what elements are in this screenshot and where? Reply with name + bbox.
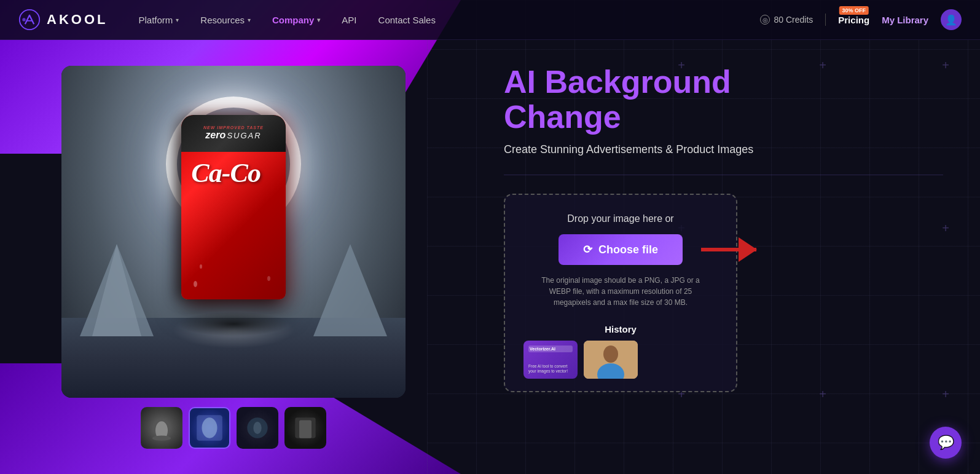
history-section: History Vectorizer.AI Free AI tool to co… xyxy=(523,324,718,379)
avatar-icon: 👤 xyxy=(945,14,957,26)
pricing-badge: 30% OFF xyxy=(839,6,869,15)
nav-links: Platform ▾ Resources ▾ Company ▾ API Con… xyxy=(138,15,760,25)
choose-file-label: Choose file xyxy=(598,243,658,256)
thumbnail-2[interactable] xyxy=(189,407,230,449)
history-item-1-text: Free AI tool to convert your images to v… xyxy=(528,364,573,374)
mountain-left xyxy=(80,238,154,336)
svg-point-11 xyxy=(253,422,261,434)
svg-rect-13 xyxy=(299,420,312,438)
logo-area[interactable]: AKOOL xyxy=(18,9,108,31)
nav-right: ◎ 80 Credits 30% OFF Pricing My Library … xyxy=(760,9,962,30)
svg-point-1 xyxy=(22,18,25,21)
file-info-text: The original image should be a PNG, a JP… xyxy=(535,275,707,308)
nav-divider xyxy=(825,14,826,26)
can-scene: NEW IMPROVED TASTE zero SUGAR Ca-Co xyxy=(61,66,406,398)
svg-text:Ca-Co: Ca-Co xyxy=(191,158,261,188)
svg-point-15 xyxy=(603,346,618,363)
can-shadow xyxy=(178,312,289,336)
left-panel: NEW IMPROVED TASTE zero SUGAR Ca-Co xyxy=(0,40,467,474)
history-item-2-image xyxy=(584,341,638,379)
main-content: NEW IMPROVED TASTE zero SUGAR Ca-Co xyxy=(0,40,980,474)
product-can: NEW IMPROVED TASTE zero SUGAR Ca-Co xyxy=(181,115,286,299)
history-item-1-badge: Vectorizer.AI xyxy=(528,346,573,352)
my-library-button[interactable]: My Library xyxy=(882,15,928,25)
nav-platform[interactable]: Platform ▾ xyxy=(138,15,179,25)
upload-box: Drop your image here or ⟳ Choose file Th… xyxy=(504,194,737,392)
choose-file-button[interactable]: ⟳ Choose file xyxy=(559,234,683,265)
can-top-band: NEW IMPROVED TASTE zero SUGAR xyxy=(181,115,286,152)
nav-api[interactable]: API xyxy=(342,15,356,25)
thumbnail-1[interactable] xyxy=(141,407,182,449)
history-item-2[interactable] xyxy=(584,341,638,379)
history-items: Vectorizer.AI Free AI tool to convert yo… xyxy=(523,341,718,379)
nav-contact-sales[interactable]: Contact Sales xyxy=(378,15,436,25)
credits-area[interactable]: ◎ 80 Credits xyxy=(760,15,813,25)
navbar: AKOOL Platform ▾ Resources ▾ Company ▾ A… xyxy=(0,0,980,40)
section-divider xyxy=(504,175,943,175)
choose-file-wrapper: ⟳ Choose file xyxy=(559,234,683,265)
credits-label: 80 Credits xyxy=(774,15,813,25)
history-title: History xyxy=(523,324,718,334)
pricing-button[interactable]: 30% OFF Pricing xyxy=(838,15,869,25)
upload-icon: ⟳ xyxy=(583,243,592,256)
image-viewer: NEW IMPROVED TASTE zero SUGAR Ca-Co xyxy=(61,66,406,398)
chat-icon: 💬 xyxy=(938,435,954,451)
thumbnail-4[interactable] xyxy=(284,407,326,449)
drop-text: Drop your image here or xyxy=(567,213,673,224)
history-item-1[interactable]: Vectorizer.AI Free AI tool to convert yo… xyxy=(523,341,578,379)
akool-logo-icon xyxy=(18,9,41,31)
svg-marker-4 xyxy=(313,244,387,336)
mountain-right xyxy=(313,238,387,336)
avatar-button[interactable]: 👤 xyxy=(941,9,962,30)
company-chevron: ▾ xyxy=(317,17,320,23)
svg-point-9 xyxy=(202,417,218,438)
thumbnails-row xyxy=(141,407,326,449)
resources-chevron: ▾ xyxy=(248,17,251,23)
history-item-1-label: Vectorizer.AI xyxy=(530,347,571,351)
chat-button[interactable]: 💬 xyxy=(930,427,962,459)
page-title: AI Background Change xyxy=(504,65,943,135)
right-panel: AI Background Change Create Stunning Adv… xyxy=(467,40,980,474)
thumbnail-3[interactable] xyxy=(237,407,278,449)
page-subtitle: Create Stunning Advertisements & Product… xyxy=(504,143,943,156)
brand-name: Ca-Co xyxy=(187,155,280,195)
arrow-body xyxy=(701,248,756,251)
platform-chevron: ▾ xyxy=(176,17,179,23)
arrow-annotation xyxy=(701,248,756,251)
credits-icon: ◎ xyxy=(760,15,770,25)
logo-text: AKOOL xyxy=(47,12,108,28)
nav-company[interactable]: Company ▾ xyxy=(272,15,320,25)
svg-point-7 xyxy=(152,435,171,440)
nav-resources[interactable]: Resources ▾ xyxy=(200,15,251,25)
